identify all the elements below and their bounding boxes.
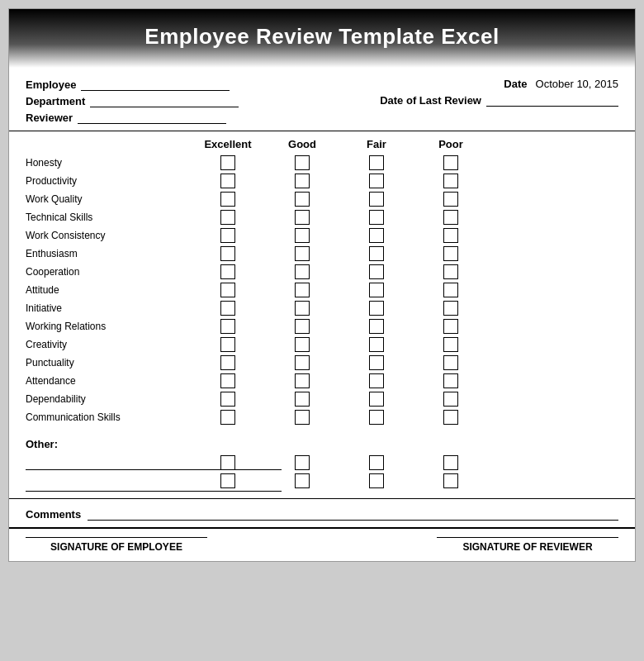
date-label: Date — [504, 78, 527, 90]
checkbox-good-12[interactable] — [295, 373, 310, 388]
checkbox-fair-5[interactable] — [369, 246, 384, 261]
checkbox-fair-1[interactable] — [369, 174, 384, 188]
checkbox-good-3[interactable] — [295, 210, 310, 225]
checkbox-good-6[interactable] — [295, 264, 310, 279]
checkbox-excellent-6[interactable] — [220, 264, 235, 279]
rating-row: Honesty — [26, 154, 618, 172]
checkbox-poor-11[interactable] — [443, 355, 458, 370]
checkbox-poor-7[interactable] — [443, 283, 458, 297]
checkbox-excellent-8[interactable] — [220, 301, 235, 316]
cb-group-good — [265, 392, 339, 407]
checkbox-excellent-11[interactable] — [220, 355, 235, 370]
checkbox-fair-2[interactable] — [369, 192, 384, 207]
checkbox-good-11[interactable] — [295, 355, 310, 370]
checkbox-excellent-1[interactable] — [220, 174, 235, 188]
checkbox-poor-6[interactable] — [443, 264, 458, 279]
employee-row: Employee — [26, 78, 239, 91]
other-cb-good-1[interactable] — [295, 455, 310, 470]
other-cb-poor-2[interactable] — [443, 473, 458, 488]
checkbox-poor-8[interactable] — [443, 301, 458, 316]
rating-row: Communication Skills — [26, 408, 618, 426]
cb-group-good — [265, 355, 339, 370]
checkbox-fair-13[interactable] — [369, 392, 384, 407]
checkbox-excellent-0[interactable] — [220, 155, 235, 170]
cb-group-excellent — [191, 264, 265, 279]
cb-group-excellent — [191, 392, 265, 407]
checkbox-excellent-7[interactable] — [220, 283, 235, 297]
checkbox-good-0[interactable] — [295, 155, 310, 170]
checkbox-fair-10[interactable] — [369, 337, 384, 352]
checkbox-excellent-14[interactable] — [220, 410, 235, 425]
checkbox-good-13[interactable] — [295, 392, 310, 407]
checkbox-fair-3[interactable] — [369, 210, 384, 225]
rating-label: Creativity — [26, 339, 191, 350]
rating-label: Technical Skills — [26, 212, 191, 223]
other-cb-excellent — [191, 455, 265, 488]
other-cb-poor-1[interactable] — [443, 455, 458, 470]
cb-group-excellent — [191, 301, 265, 316]
employee-sig-line[interactable] — [26, 537, 207, 538]
checkbox-excellent-12[interactable] — [220, 373, 235, 388]
checkbox-fair-6[interactable] — [369, 264, 384, 279]
checkbox-poor-2[interactable] — [443, 192, 458, 207]
checkbox-poor-10[interactable] — [443, 337, 458, 352]
reviewer-sig-line[interactable] — [437, 537, 618, 538]
checkbox-fair-12[interactable] — [369, 373, 384, 388]
checkbox-excellent-13[interactable] — [220, 392, 235, 407]
checkbox-excellent-3[interactable] — [220, 210, 235, 225]
department-input[interactable] — [90, 94, 239, 107]
checkbox-poor-3[interactable] — [443, 210, 458, 225]
checkbox-good-9[interactable] — [295, 319, 310, 334]
cb-group-poor — [414, 319, 488, 334]
other-cb-good-2[interactable] — [295, 473, 310, 488]
checkbox-poor-1[interactable] — [443, 174, 458, 188]
checkbox-excellent-5[interactable] — [220, 246, 235, 261]
checkbox-fair-0[interactable] — [369, 155, 384, 170]
checkbox-fair-14[interactable] — [369, 410, 384, 425]
checkbox-poor-0[interactable] — [443, 155, 458, 170]
checkbox-poor-12[interactable] — [443, 373, 458, 388]
checkbox-fair-7[interactable] — [369, 283, 384, 297]
checkbox-poor-9[interactable] — [443, 319, 458, 334]
checkbox-excellent-10[interactable] — [220, 337, 235, 352]
checkbox-good-1[interactable] — [295, 174, 310, 188]
cb-group-good — [265, 337, 339, 352]
other-wrapper — [26, 455, 618, 492]
checkbox-poor-13[interactable] — [443, 392, 458, 407]
date-last-review-input[interactable] — [486, 93, 618, 107]
checkbox-good-4[interactable] — [295, 228, 310, 243]
rating-row: Work Consistency — [26, 226, 618, 245]
cb-group-poor — [414, 355, 488, 370]
rating-label: Working Relations — [26, 321, 191, 332]
checkbox-good-5[interactable] — [295, 246, 310, 261]
rating-row: Creativity — [26, 335, 618, 354]
checkbox-good-8[interactable] — [295, 301, 310, 316]
employee-input[interactable] — [81, 78, 230, 91]
checkbox-poor-5[interactable] — [443, 246, 458, 261]
checkbox-good-14[interactable] — [295, 410, 310, 425]
cb-group-fair — [339, 192, 414, 207]
checkbox-fair-8[interactable] — [369, 301, 384, 316]
rating-label: Productivity — [26, 175, 191, 187]
checkbox-excellent-9[interactable] — [220, 319, 235, 334]
comments-input[interactable] — [88, 507, 618, 521]
checkbox-good-2[interactable] — [295, 192, 310, 207]
checkbox-good-7[interactable] — [295, 283, 310, 297]
checkbox-fair-11[interactable] — [369, 355, 384, 370]
checkbox-poor-14[interactable] — [443, 410, 458, 425]
reviewer-input[interactable] — [78, 111, 226, 124]
date-value[interactable]: October 10, 2015 — [536, 78, 618, 90]
col-excellent: Excellent — [191, 138, 265, 150]
checkbox-excellent-2[interactable] — [220, 192, 235, 207]
other-cb-excellent-1[interactable] — [220, 455, 235, 470]
checkbox-fair-4[interactable] — [369, 228, 384, 243]
checkbox-good-10[interactable] — [295, 337, 310, 352]
checkbox-poor-4[interactable] — [443, 228, 458, 243]
other-cb-fair-2[interactable] — [369, 473, 384, 488]
checkbox-excellent-4[interactable] — [220, 228, 235, 243]
rating-row: Cooperation — [26, 263, 618, 281]
other-cb-fair-1[interactable] — [369, 455, 384, 470]
checkbox-fair-9[interactable] — [369, 319, 384, 334]
other-lines-col — [26, 455, 191, 492]
other-cb-excellent-2[interactable] — [220, 473, 235, 488]
